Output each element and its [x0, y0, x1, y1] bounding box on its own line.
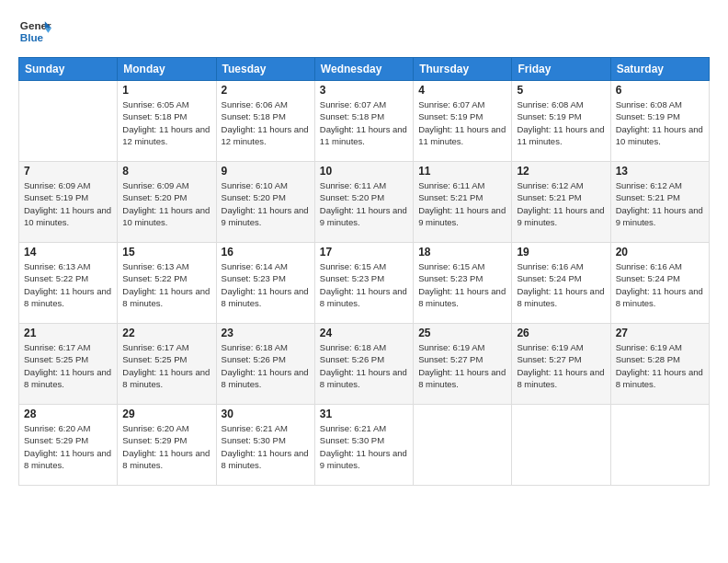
day-number: 9	[222, 165, 310, 178]
day-number: 8	[122, 165, 210, 178]
calendar-cell: 14Sunrise: 6:13 AMSunset: 5:22 PMDayligh…	[19, 243, 118, 324]
page: General Blue SundayMondayTuesdayWednesda…	[0, 0, 728, 563]
day-number: 1	[122, 84, 210, 97]
day-number: 10	[320, 165, 408, 178]
calendar-cell: 24Sunrise: 6:18 AMSunset: 5:26 PMDayligh…	[314, 324, 413, 405]
day-info: Sunrise: 6:16 AMSunset: 5:24 PMDaylight:…	[517, 260, 605, 309]
calendar-cell	[512, 405, 610, 486]
day-number: 20	[616, 246, 704, 259]
day-info: Sunrise: 6:11 AMSunset: 5:20 PMDaylight:…	[320, 179, 408, 228]
calendar-week-2: 7Sunrise: 6:09 AMSunset: 5:19 PMDaylight…	[19, 162, 710, 243]
calendar-cell: 30Sunrise: 6:21 AMSunset: 5:30 PMDayligh…	[216, 405, 314, 486]
logo-icon: General Blue	[18, 15, 51, 48]
calendar-cell: 19Sunrise: 6:16 AMSunset: 5:24 PMDayligh…	[512, 243, 610, 324]
weekday-header-sunday: Sunday	[19, 58, 118, 81]
calendar-week-5: 28Sunrise: 6:20 AMSunset: 5:29 PMDayligh…	[19, 405, 710, 486]
svg-text:Blue: Blue	[20, 31, 44, 43]
day-number: 17	[320, 246, 408, 259]
calendar-table: SundayMondayTuesdayWednesdayThursdayFrid…	[18, 57, 710, 486]
calendar-cell	[610, 405, 709, 486]
calendar-cell: 27Sunrise: 6:19 AMSunset: 5:28 PMDayligh…	[610, 324, 709, 405]
day-info: Sunrise: 6:09 AMSunset: 5:20 PMDaylight:…	[122, 179, 210, 228]
day-info: Sunrise: 6:20 AMSunset: 5:29 PMDaylight:…	[24, 422, 112, 471]
calendar-week-1: 1Sunrise: 6:05 AMSunset: 5:18 PMDaylight…	[19, 81, 710, 162]
calendar-cell: 17Sunrise: 6:15 AMSunset: 5:23 PMDayligh…	[314, 243, 413, 324]
day-info: Sunrise: 6:19 AMSunset: 5:27 PMDaylight:…	[517, 341, 605, 390]
day-info: Sunrise: 6:11 AMSunset: 5:21 PMDaylight:…	[418, 179, 506, 228]
day-number: 30	[222, 408, 310, 420]
day-number: 2	[222, 84, 310, 97]
calendar-cell	[19, 81, 118, 162]
day-info: Sunrise: 6:07 AMSunset: 5:18 PMDaylight:…	[320, 98, 408, 147]
day-number: 16	[222, 246, 310, 259]
calendar-cell: 6Sunrise: 6:08 AMSunset: 5:19 PMDaylight…	[610, 81, 709, 162]
day-number: 7	[24, 165, 112, 178]
day-info: Sunrise: 6:06 AMSunset: 5:18 PMDaylight:…	[222, 98, 310, 147]
day-number: 23	[222, 327, 310, 339]
day-info: Sunrise: 6:12 AMSunset: 5:21 PMDaylight:…	[517, 179, 605, 228]
calendar-cell: 22Sunrise: 6:17 AMSunset: 5:25 PMDayligh…	[118, 324, 216, 405]
day-number: 14	[24, 246, 112, 259]
calendar-cell: 8Sunrise: 6:09 AMSunset: 5:20 PMDaylight…	[118, 162, 216, 243]
calendar-cell: 5Sunrise: 6:08 AMSunset: 5:19 PMDaylight…	[512, 81, 610, 162]
day-number: 3	[320, 84, 408, 97]
day-number: 5	[517, 84, 605, 97]
day-number: 6	[616, 84, 704, 97]
day-info: Sunrise: 6:13 AMSunset: 5:22 PMDaylight:…	[122, 260, 210, 309]
calendar-cell: 9Sunrise: 6:10 AMSunset: 5:20 PMDaylight…	[216, 162, 314, 243]
day-info: Sunrise: 6:18 AMSunset: 5:26 PMDaylight:…	[222, 341, 310, 390]
day-number: 13	[616, 165, 704, 178]
calendar-cell: 4Sunrise: 6:07 AMSunset: 5:19 PMDaylight…	[414, 81, 512, 162]
day-number: 4	[418, 84, 506, 97]
logo: General Blue	[18, 15, 51, 48]
day-number: 21	[24, 327, 112, 339]
day-number: 26	[517, 327, 605, 339]
calendar-cell: 26Sunrise: 6:19 AMSunset: 5:27 PMDayligh…	[512, 324, 610, 405]
weekday-header-tuesday: Tuesday	[216, 58, 314, 81]
day-info: Sunrise: 6:10 AMSunset: 5:20 PMDaylight:…	[222, 179, 310, 228]
day-number: 22	[122, 327, 210, 339]
weekday-header-monday: Monday	[118, 58, 216, 81]
calendar-cell: 15Sunrise: 6:13 AMSunset: 5:22 PMDayligh…	[118, 243, 216, 324]
day-info: Sunrise: 6:21 AMSunset: 5:30 PMDaylight:…	[222, 422, 310, 471]
calendar-week-4: 21Sunrise: 6:17 AMSunset: 5:25 PMDayligh…	[19, 324, 710, 405]
day-info: Sunrise: 6:13 AMSunset: 5:22 PMDaylight:…	[24, 260, 112, 309]
calendar-cell: 3Sunrise: 6:07 AMSunset: 5:18 PMDaylight…	[314, 81, 413, 162]
day-info: Sunrise: 6:19 AMSunset: 5:27 PMDaylight:…	[418, 341, 506, 390]
day-number: 11	[418, 165, 506, 178]
day-info: Sunrise: 6:14 AMSunset: 5:23 PMDaylight:…	[222, 260, 310, 309]
day-info: Sunrise: 6:08 AMSunset: 5:19 PMDaylight:…	[616, 98, 704, 147]
day-info: Sunrise: 6:08 AMSunset: 5:19 PMDaylight:…	[517, 98, 605, 147]
calendar-cell: 21Sunrise: 6:17 AMSunset: 5:25 PMDayligh…	[19, 324, 118, 405]
day-number: 19	[517, 246, 605, 259]
day-info: Sunrise: 6:20 AMSunset: 5:29 PMDaylight:…	[122, 422, 210, 471]
header: General Blue	[18, 15, 710, 48]
day-number: 28	[24, 408, 112, 420]
day-info: Sunrise: 6:07 AMSunset: 5:19 PMDaylight:…	[418, 98, 506, 147]
calendar-cell: 11Sunrise: 6:11 AMSunset: 5:21 PMDayligh…	[414, 162, 512, 243]
day-info: Sunrise: 6:19 AMSunset: 5:28 PMDaylight:…	[616, 341, 704, 390]
day-number: 25	[418, 327, 506, 339]
day-number: 31	[320, 408, 408, 420]
day-info: Sunrise: 6:05 AMSunset: 5:18 PMDaylight:…	[122, 98, 210, 147]
day-number: 24	[320, 327, 408, 339]
day-info: Sunrise: 6:12 AMSunset: 5:21 PMDaylight:…	[616, 179, 704, 228]
weekday-header-thursday: Thursday	[414, 58, 512, 81]
calendar-cell	[414, 405, 512, 486]
calendar-cell: 10Sunrise: 6:11 AMSunset: 5:20 PMDayligh…	[314, 162, 413, 243]
calendar-cell: 31Sunrise: 6:21 AMSunset: 5:30 PMDayligh…	[314, 405, 413, 486]
day-info: Sunrise: 6:09 AMSunset: 5:19 PMDaylight:…	[24, 179, 112, 228]
calendar-week-3: 14Sunrise: 6:13 AMSunset: 5:22 PMDayligh…	[19, 243, 710, 324]
calendar-cell: 12Sunrise: 6:12 AMSunset: 5:21 PMDayligh…	[512, 162, 610, 243]
day-info: Sunrise: 6:21 AMSunset: 5:30 PMDaylight:…	[320, 422, 408, 471]
day-number: 27	[616, 327, 704, 339]
calendar-cell: 1Sunrise: 6:05 AMSunset: 5:18 PMDaylight…	[118, 81, 216, 162]
day-info: Sunrise: 6:17 AMSunset: 5:25 PMDaylight:…	[122, 341, 210, 390]
day-info: Sunrise: 6:16 AMSunset: 5:24 PMDaylight:…	[616, 260, 704, 309]
weekday-header-wednesday: Wednesday	[314, 58, 413, 81]
day-number: 29	[122, 408, 210, 420]
calendar-cell: 18Sunrise: 6:15 AMSunset: 5:23 PMDayligh…	[414, 243, 512, 324]
weekday-header-friday: Friday	[512, 58, 610, 81]
day-info: Sunrise: 6:18 AMSunset: 5:26 PMDaylight:…	[320, 341, 408, 390]
day-info: Sunrise: 6:15 AMSunset: 5:23 PMDaylight:…	[320, 260, 408, 309]
